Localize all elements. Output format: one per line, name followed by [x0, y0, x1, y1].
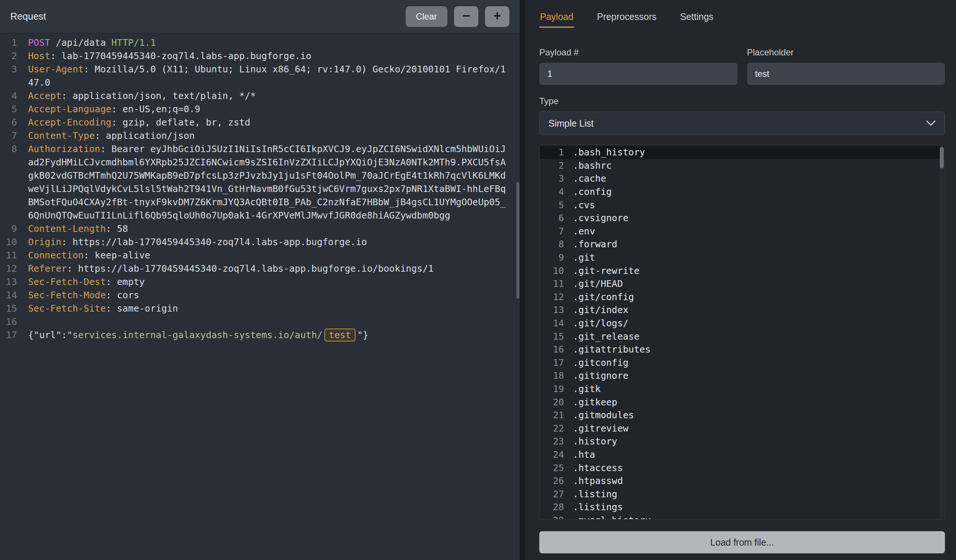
type-select[interactable]: Simple List	[539, 112, 945, 135]
line-content: Host: lab-1770459445340-zoq7l4.labs-app.…	[28, 49, 508, 63]
wordlist-line-number: 22	[539, 423, 564, 434]
wordlist-row[interactable]: 20.gitkeep	[539, 395, 945, 409]
wordlist-item-label: .history	[573, 436, 617, 447]
wordlist-row[interactable]: 15.git_release	[539, 330, 945, 343]
wordlist-row[interactable]: 19.gitk	[539, 382, 945, 396]
wordlist-row[interactable]: 6.cvsignore	[539, 212, 945, 225]
wordlist-row[interactable]: 10.git-rewrite	[539, 264, 945, 277]
wordlist-item-label: .gitconfig	[573, 357, 629, 368]
placeholder-label: Placeholder	[747, 47, 945, 58]
chevron-down-icon	[926, 120, 936, 126]
request-header-buttons: Clear − +	[406, 6, 509, 27]
line-content: Sec-Fetch-Dest: empty	[28, 275, 508, 289]
wordlist-line-number: 25	[539, 462, 564, 473]
wordlist-item-label: .htpasswd	[573, 475, 623, 486]
wordlist-row[interactable]: 12.git/config	[539, 291, 945, 304]
request-line: 15Sec-Fetch-Site: same-origin	[0, 302, 508, 315]
line-number: 15	[0, 302, 17, 315]
payload-number-label: Payload #	[539, 47, 737, 58]
wordlist-scrollbar-thumb[interactable]	[940, 147, 944, 168]
line-number: 7	[0, 129, 17, 143]
line-content: Accept: application/json, text/plain, */…	[28, 89, 508, 102]
tab-preprocessors[interactable]: Preprocessors	[596, 8, 657, 28]
wordlist-row[interactable]: 18.gitignore	[539, 369, 945, 382]
line-number: 17	[0, 329, 17, 342]
line-number: 1	[0, 36, 17, 49]
wordlist-row[interactable]: 9.git	[539, 251, 945, 264]
wordlist-row[interactable]: 14.git/logs/	[539, 317, 945, 330]
wordlist-row[interactable]: 2.bashrc	[539, 159, 945, 172]
tab-settings[interactable]: Settings	[679, 8, 714, 28]
wordlist-row[interactable]: 29.mysql_history	[539, 514, 945, 519]
line-number: 11	[0, 249, 17, 262]
placeholder-input[interactable]	[747, 63, 945, 85]
wordlist-row[interactable]: 1.bash_history	[539, 146, 945, 159]
payload-number-input[interactable]	[539, 63, 737, 85]
wordlist-row[interactable]: 5.cvs	[539, 198, 945, 212]
request-editor[interactable]: 1POST /api/data HTTP/1.12Host: lab-17704…	[0, 33, 520, 560]
wordlist-item-label: .bash_history	[573, 147, 645, 157]
line-content: Sec-Fetch-Mode: cors	[28, 289, 508, 302]
line-number: 9	[0, 222, 17, 236]
wordlist-row[interactable]: 28.listings	[539, 500, 945, 514]
increase-font-button[interactable]: +	[485, 6, 509, 27]
request-line: 7Content-Type: application/json	[0, 129, 508, 143]
line-content: User-Agent: Mozilla/5.0 (X11; Ubuntu; Li…	[28, 63, 508, 89]
wordlist-item-label: .gitattributes	[573, 344, 651, 355]
load-from-file-button[interactable]: Load from file...	[539, 531, 945, 553]
line-number: 10	[0, 236, 17, 249]
clear-button[interactable]: Clear	[406, 6, 447, 27]
wordlist-scrollbar-track[interactable]	[940, 146, 944, 518]
wordlist-line-number: 6	[539, 212, 564, 223]
tab-payload[interactable]: Payload	[539, 8, 574, 28]
wordlist-row[interactable]: 16.gitattributes	[539, 343, 945, 356]
wordlist-row[interactable]: 11.git/HEAD	[539, 277, 945, 291]
wordlist-row[interactable]: 25.htaccess	[539, 461, 945, 474]
request-line: 8Authorization: Bearer eyJhbGciOiJSUzI1N…	[0, 143, 508, 222]
line-content: Connection: keep-alive	[28, 249, 508, 262]
wordlist-row[interactable]: 13.git/index	[539, 304, 945, 317]
wordlist-row[interactable]: 7.env	[539, 225, 945, 238]
line-number: 8	[0, 143, 17, 156]
type-field: Type Simple List	[539, 96, 945, 135]
wordlist-row[interactable]: 4.config	[539, 185, 945, 198]
request-line: 5Accept-Language: en-US,en;q=0.9	[0, 102, 508, 116]
wordlist-item-label: .listing	[573, 489, 617, 499]
wordlist-row[interactable]: 22.gitreview	[539, 422, 945, 435]
wordlist-item-label: .forward	[573, 239, 617, 250]
line-content: Origin: https://lab-1770459445340-zoq7l4…	[28, 236, 508, 249]
wordlist-row[interactable]: 27.listing	[539, 487, 945, 500]
request-line: 16	[0, 315, 508, 329]
wordlist-line-number: 4	[539, 186, 564, 197]
wordlist-item-label: .gitmodules	[573, 410, 634, 420]
wordlist-row[interactable]: 17.gitconfig	[539, 356, 945, 370]
wordlist-line-number: 19	[539, 384, 564, 394]
wordlist-row[interactable]: 23.history	[539, 435, 945, 448]
wordlist-row[interactable]: 24.hta	[539, 448, 945, 461]
wordlist-row[interactable]: 26.htpasswd	[539, 474, 945, 488]
request-editor-scrollbar-thumb[interactable]	[516, 182, 519, 299]
line-number: 13	[0, 275, 17, 289]
request-line: 13Sec-Fetch-Dest: empty	[0, 275, 508, 289]
wordlist-line-number: 29	[539, 515, 564, 519]
request-panel-header: Request Clear − +	[0, 0, 520, 33]
placeholder-field: Placeholder	[747, 47, 945, 85]
request-panel-title: Request	[10, 11, 46, 22]
line-content: Accept-Encoding: gzip, deflate, br, zstd	[28, 116, 508, 129]
decrease-font-button[interactable]: −	[454, 6, 478, 27]
line-content: Accept-Language: en-US,en;q=0.9	[28, 102, 508, 116]
request-line: 6Accept-Encoding: gzip, deflate, br, zst…	[0, 116, 508, 129]
wordlist-item-label: .mysql_history	[573, 515, 651, 519]
request-line: 12Referer: https://lab-1770459445340-zoq…	[0, 262, 508, 275]
wordlist-line-number: 3	[539, 173, 564, 184]
line-content: POST /api/data HTTP/1.1	[28, 36, 508, 49]
app-root: Request Clear − + 1POST /api/data HTTP/1…	[0, 0, 956, 560]
payload-wordlist[interactable]: 1.bash_history2.bashrc3.cache4.config5.c…	[539, 145, 945, 519]
wordlist-row[interactable]: 21.gitmodules	[539, 409, 945, 422]
payload-panel: PayloadPreprocessorsSettings Payload # P…	[525, 0, 956, 560]
wordlist-row[interactable]: 3.cache	[539, 172, 945, 185]
wordlist-item-label: .htaccess	[573, 462, 623, 473]
request-line: 17{"url":"services.internal-galaxydash-s…	[0, 329, 508, 342]
wordlist-row[interactable]: 8.forward	[539, 238, 945, 251]
payload-marker[interactable]: test	[324, 329, 355, 341]
